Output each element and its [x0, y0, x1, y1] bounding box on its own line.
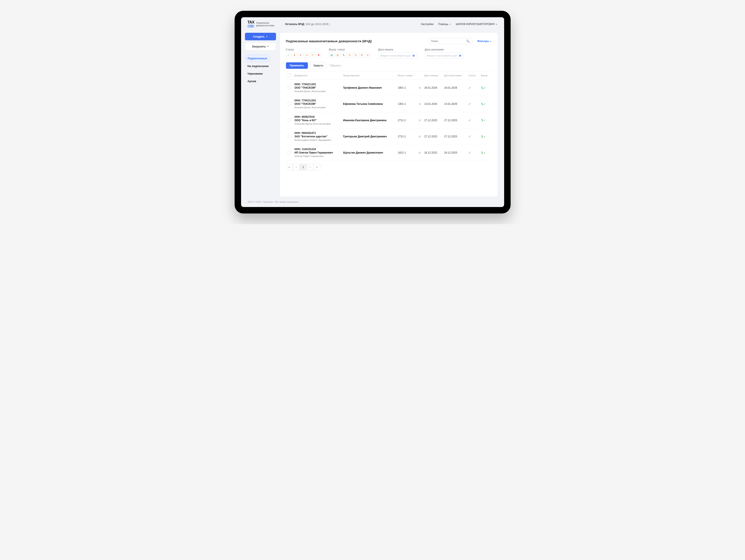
copy-icon[interactable]: ⧉: [419, 102, 421, 105]
copy-icon[interactable]: ⧉: [419, 135, 421, 138]
copy-icon[interactable]: ⧉: [419, 119, 421, 122]
upload-button[interactable]: Загрузить▼: [245, 42, 276, 51]
create-button[interactable]: Создать▼: [245, 33, 276, 40]
logo-subtitle: Управление доверенностями: [256, 22, 274, 27]
chevron-down-icon: ▼: [267, 45, 269, 47]
close-filters-button[interactable]: Закрыть: [310, 62, 326, 69]
cell-start: 18.01.2024: [422, 80, 442, 96]
filter-date-start: Дата начала Введите или выберите дату ▦: [378, 48, 417, 59]
status-chip-pending[interactable]: ⇱: [310, 53, 315, 58]
cell-repr: Ефимова Татьяна Семёновна: [341, 96, 396, 112]
pager-next[interactable]: ›: [306, 164, 314, 170]
pager-page-1[interactable]: 1: [300, 164, 306, 170]
status-chip-valid[interactable]: ✓: [286, 53, 291, 58]
status-valid-icon: ✓: [468, 151, 471, 154]
int-chip-2[interactable]: ▥: [335, 53, 340, 58]
status-valid-icon: ✓: [468, 86, 471, 90]
cell-doveritel: ИНН: 7704211201 ООО "ТАКСКОМ" Булкаев Де…: [293, 80, 341, 96]
sidebar-item-signing[interactable]: На подписании: [245, 63, 271, 69]
col-int: Внутр.: [479, 71, 492, 80]
row-checkbox[interactable]: [288, 135, 291, 138]
cell-num: 2712-2: [396, 112, 417, 128]
int-valid-icon: ⇅✓: [481, 151, 486, 154]
row-checkbox[interactable]: [288, 102, 291, 105]
logo[interactable]: TAX COM Управление доверенностями: [248, 20, 274, 28]
cell-num: 1301-1: [396, 96, 417, 112]
remaining-counter: Осталось МЧД: 104 (до 18.01.2026 ): [285, 23, 330, 26]
pager-last[interactable]: »: [314, 164, 320, 170]
sidebar-item-archive[interactable]: Архив: [245, 78, 259, 85]
int-valid-icon: ⇅✓: [481, 86, 486, 90]
footer: 2024 © ООО «Такском». Все права защищены: [241, 198, 504, 207]
int-chip-3[interactable]: ⇅: [341, 53, 346, 58]
sidebar-item-signed[interactable]: Подписанные: [245, 55, 270, 62]
search-input[interactable]: 🔍: [428, 38, 473, 44]
sidebar: Создать▼ Загрузить▼ Подписанные На подпи…: [241, 31, 280, 198]
col-status: Статус: [466, 71, 479, 80]
int-chip-1[interactable]: ▤: [329, 53, 334, 58]
nav-help[interactable]: Помощь▼: [438, 23, 451, 26]
filter-panel: Статус ✓ ⧗ ✕ ⇲ ⇱ ✖ Внутр. статус: [286, 48, 492, 59]
cell-end: 18.12.2025: [443, 145, 466, 161]
int-chip-7[interactable]: ✕: [365, 53, 370, 58]
table-row[interactable]: ИНН: 1104151234 ИП Олегов Павел Германов…: [286, 145, 492, 161]
col-num: Внутр. номер: [396, 71, 417, 80]
cell-end: 13.01.2026: [443, 96, 466, 112]
int-chip-6[interactable]: ⇅: [359, 53, 364, 58]
copy-icon[interactable]: ⧉: [419, 86, 421, 89]
cell-end: 27.12.2025: [443, 128, 466, 144]
copy-icon[interactable]: ⧉: [419, 151, 421, 154]
sidebar-item-drafts[interactable]: Черновики: [245, 70, 265, 77]
filter-end-label: Дата окончания: [425, 48, 463, 51]
filter-status: Статус ✓ ⧗ ✕ ⇲ ⇱ ✖: [286, 48, 321, 59]
pager-prev[interactable]: ‹: [293, 164, 300, 170]
int-valid-icon: ⇅✓: [481, 102, 486, 106]
page-title: Подписанные машиночитаемые доверенности …: [286, 39, 372, 43]
status-chip-expiring[interactable]: ⧗: [292, 53, 297, 58]
cell-repr: Григорьев Дмитрий Дмитриевич: [341, 128, 396, 144]
cell-end: 18.01.2026: [443, 80, 466, 96]
cell-start: 18.12.2023: [422, 145, 442, 161]
filter-status-label: Статус: [286, 48, 321, 51]
apply-button[interactable]: Применить: [286, 62, 308, 69]
topbar: TAX COM Управление доверенностями Остало…: [241, 17, 504, 31]
cell-repr: Шульгин Даниил Даниилович: [341, 145, 396, 161]
int-chip-4[interactable]: ⇅: [347, 53, 352, 58]
data-table: Доверитель Представитель Внутр. номер Да…: [286, 71, 492, 161]
chevron-down-icon: ▼: [449, 23, 451, 26]
row-checkbox[interactable]: [288, 118, 291, 122]
row-checkbox[interactable]: [288, 86, 291, 89]
col-repr: Представитель: [341, 71, 396, 80]
status-chip-warn[interactable]: ⇲: [304, 53, 309, 58]
cell-doveritel: ИНН: 1104151234 ИП Олегов Павел Германов…: [293, 145, 341, 161]
chevron-down-icon: ▼: [266, 36, 268, 37]
logo-mark: TAX COM: [248, 20, 254, 28]
cell-repr: Иванова Екатерина Дмитриевна: [341, 112, 396, 128]
int-chip-5[interactable]: ⇅: [353, 53, 358, 58]
cell-end: 27.12.2025: [443, 112, 466, 128]
table-row[interactable]: ИНН: 665927618 ООО "Конь и КО" Конькова …: [286, 112, 492, 128]
search-field[interactable]: [431, 40, 465, 43]
nav-settings[interactable]: Настройки: [421, 23, 434, 26]
date-end-input[interactable]: Введите или выберите дату ▦: [425, 53, 463, 59]
main-panel: Подписанные машиночитаемые доверенности …: [280, 33, 498, 197]
table-row[interactable]: ИНН: 7704211201 ООО "ТАКСКОМ" Булкаев Де…: [286, 96, 492, 112]
table-row[interactable]: ИНН: 7704211201 ООО "ТАКСКОМ" Булкаев Де…: [286, 80, 492, 96]
int-valid-icon: ⇅✓: [481, 135, 486, 138]
col-start: Дата начала: [422, 71, 442, 80]
select-all-checkbox[interactable]: [288, 73, 291, 77]
reset-button[interactable]: Сбросить: [329, 64, 341, 67]
filters-toggle[interactable]: Фильтры ▲: [477, 40, 491, 43]
row-checkbox[interactable]: [288, 151, 291, 154]
cell-num: 1812-1: [396, 145, 417, 161]
table-row[interactable]: ИНН: 9904451971 ЗАО "Котлетное царство" …: [286, 128, 492, 144]
nav-user[interactable]: ШИЛОВ КИРИЛЛ ВИКТОРОВИЧ▼: [456, 23, 498, 26]
status-chip-revoked[interactable]: ✕: [298, 53, 303, 58]
date-start-input[interactable]: Введите или выберите дату ▦: [378, 53, 417, 59]
status-chip-error[interactable]: ✖: [316, 53, 321, 58]
logo-top: TAX: [248, 20, 254, 24]
calendar-icon: ▦: [413, 54, 415, 57]
pager-first[interactable]: «: [286, 164, 293, 170]
cell-start: 27.12.2023: [422, 112, 442, 128]
status-valid-icon: ✓: [468, 102, 471, 106]
